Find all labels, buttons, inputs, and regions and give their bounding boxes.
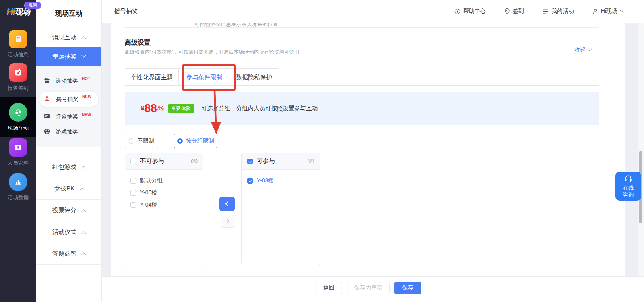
chevron-up-icon	[81, 166, 86, 170]
currency-symbol: ¥	[141, 105, 144, 112]
divider	[125, 60, 599, 60]
chevron-down-icon	[81, 53, 86, 58]
sidebar-group-label: 消息互动	[52, 34, 76, 41]
sidebar-group-redpacket[interactable]: 红包游戏	[36, 156, 101, 178]
tab-participation-limit[interactable]: 参与条件限制	[178, 68, 230, 86]
pricing-banner: ¥ 88 /场 免费体验 可选择分组，分组内人员可按照设置参与互动	[125, 92, 599, 125]
collapse-link[interactable]: 收起	[574, 46, 591, 54]
info-icon	[454, 8, 460, 14]
rail-item-label: 报名签到	[0, 85, 36, 92]
rail-item-personnel[interactable]: 人员管理	[0, 138, 36, 167]
new-badge: NEW	[82, 95, 91, 99]
rail-item-activity-info[interactable]: 活动信息	[0, 30, 36, 58]
checkbox-unchecked-icon[interactable]	[130, 159, 136, 164]
checkin-label: 签到	[513, 8, 524, 15]
list-item[interactable]: Y-05楼	[130, 187, 198, 199]
tab-theme[interactable]: 个性化界面主题	[125, 68, 178, 85]
list-item-label: Y-03楼	[257, 177, 274, 184]
pricing-description: 可选择分组，分组内人员可按照设置参与互动	[201, 105, 318, 112]
sidebar-group-voting[interactable]: 投票评分	[36, 199, 101, 221]
checkin-link[interactable]: 签到	[504, 8, 524, 15]
sidebar-item-danmaku-draw[interactable]: 弹幕抽奖 NEW	[36, 109, 101, 124]
option-no-limit[interactable]: 不限制	[125, 134, 158, 148]
list-icon	[543, 9, 549, 14]
account-label: Hi现场	[601, 8, 617, 15]
sidebar-group-lucky-draw[interactable]: 幸运抽奖	[36, 47, 101, 66]
sidebar-collapsed-groups: 红包游戏 竞技PK 投票评分 活动仪式 答题益智	[36, 156, 101, 265]
headset-icon	[624, 175, 633, 184]
rail-item-activity-data[interactable]: 活动数据	[0, 173, 36, 201]
option-label: 不限制	[138, 137, 155, 145]
checkbox-checked-icon[interactable]	[247, 159, 253, 164]
checkbox-unchecked-icon[interactable]	[130, 178, 136, 184]
return-button[interactable]: 返回	[316, 282, 342, 294]
back-button[interactable]: 返回	[24, 2, 41, 9]
rail-item-label: 活动信息	[0, 51, 36, 58]
support-label-line1: 在线	[623, 184, 634, 191]
support-label-line2: 咨询	[623, 191, 634, 198]
sidebar-group-label: 竞技PK	[54, 185, 74, 192]
account-menu[interactable]: Hi现场	[592, 8, 623, 15]
checkbox-unchecked-icon[interactable]	[130, 202, 136, 208]
footer-bar: 返回 保存为草稿 保存	[102, 276, 644, 302]
my-activities-link[interactable]: 我的活动	[543, 8, 574, 15]
checkbox-unchecked-icon[interactable]	[130, 190, 136, 196]
move-left-button[interactable]	[219, 197, 235, 211]
help-center-label: 帮助中心	[463, 8, 486, 15]
sidebar-item-number-draw[interactable]: 摇号抽奖 NEW	[39, 92, 98, 107]
sidebar-group-quiz[interactable]: 答题益智	[36, 243, 101, 265]
rail-item-live-interaction[interactable]: 现场互动	[0, 97, 36, 137]
radio-selected-icon	[177, 138, 183, 144]
location-pin-icon	[504, 8, 510, 14]
calendar-check-icon	[9, 63, 27, 82]
document-icon	[9, 30, 27, 48]
online-support-button[interactable]: 在线 咨询	[615, 172, 641, 201]
sidebar-group-label: 答题益智	[52, 250, 76, 258]
sidebar-title: 现场互动	[36, 0, 101, 26]
page-title: 摇号抽奖	[102, 8, 138, 15]
sidebar-group-label: 活动仪式	[52, 228, 76, 236]
save-draft-button[interactable]: 保存为草稿	[347, 282, 390, 294]
sidebar-item-label: 游戏抽奖	[56, 128, 78, 136]
sidebar-item-label: 滚动抽奖	[56, 77, 78, 85]
chevron-up-icon	[81, 252, 86, 257]
list-item[interactable]: Y-03楼	[247, 175, 314, 187]
save-button[interactable]: 保存	[394, 282, 421, 294]
list-item[interactable]: Y-04楼	[130, 199, 198, 211]
price-unit: /场	[157, 105, 164, 112]
limit-options: 不限制 按分组限制	[125, 134, 217, 148]
topbar-actions: 帮助中心 签到 我的活动 Hi现场	[454, 8, 644, 15]
transfer-list-count: 0/3	[191, 159, 198, 164]
sidebar-group-label: 红包游戏	[52, 163, 76, 171]
scrollbar-track[interactable]	[638, 23, 644, 276]
topbar: 摇号抽奖 帮助中心 签到 我的活动 Hi现场	[102, 0, 644, 23]
list-item-label: Y-05楼	[140, 189, 157, 197]
hot-badge: HOT	[82, 77, 90, 81]
danmaku-icon	[43, 113, 50, 121]
clipped-hint-text: 可拖动调整信息展示在大屏幕的位置	[194, 23, 278, 27]
swap-icon	[9, 103, 27, 122]
move-right-button[interactable]	[221, 215, 235, 228]
price-value: 88	[144, 103, 157, 114]
sidebar-item-game-draw[interactable]: 游戏抽奖	[36, 124, 101, 140]
sidebar-group-message[interactable]: 消息互动	[36, 28, 101, 47]
radio-unselected-icon	[129, 138, 134, 144]
free-trial-badge: 免费体验	[168, 104, 194, 113]
checkbox-checked-icon[interactable]	[247, 178, 253, 184]
sidebar: 现场互动 消息互动 幸运抽奖 滚动抽奖 HOT 摇号抽奖 NEW 弹幕抽奖	[36, 0, 102, 302]
app-rail: Hi现场 活动信息 报名签到 现场互动 人员管理 活动数据	[0, 0, 36, 302]
new-badge: NEW	[82, 112, 91, 117]
list-item-label: Y-04楼	[140, 201, 157, 209]
sidebar-group-ceremony[interactable]: 活动仪式	[36, 221, 101, 243]
sidebar-group-pk[interactable]: 竞技PK	[36, 178, 101, 199]
user-icon	[592, 8, 598, 14]
option-limit-by-group[interactable]: 按分组限制	[174, 134, 217, 148]
help-center-link[interactable]: 帮助中心	[454, 8, 486, 15]
chevron-down-icon	[620, 8, 624, 12]
transfer-list-title: 可参与	[257, 157, 275, 165]
tabs: 个性化界面主题 参与条件限制 数据隐私保护	[125, 68, 278, 86]
tab-data-privacy[interactable]: 数据隐私保护	[230, 68, 278, 85]
rail-item-signup-checkin[interactable]: 报名签到	[0, 63, 36, 92]
list-item[interactable]: 默认分组	[130, 175, 198, 187]
sidebar-item-rolling-draw[interactable]: 滚动抽奖 HOT	[36, 73, 101, 89]
